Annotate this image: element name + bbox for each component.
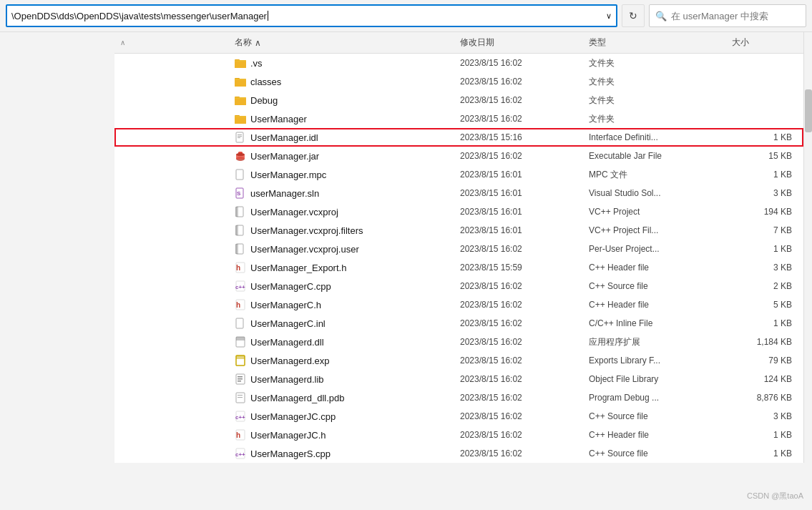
file-type-icon <box>235 392 246 403</box>
file-name-area: c++ UserManagerJC.cpp <box>229 411 460 422</box>
address-bar[interactable]: \OpenDDS\dds\OpenDDS\java\tests\messenge… <box>6 4 617 27</box>
expand-icon[interactable]: ∧ <box>120 39 125 46</box>
file-name: Debug <box>250 95 278 106</box>
file-size: 8,876 KB <box>732 393 803 403</box>
file-type-label: C++ Header file <box>589 430 732 440</box>
search-bar[interactable]: 🔍 <box>649 4 806 27</box>
file-date: 2023/8/15 16:02 <box>460 448 589 458</box>
file-name-area: UserManagerC.inl <box>229 318 460 329</box>
file-type-label: C++ Source file <box>589 411 732 421</box>
file-type-label: 应用程序扩展 <box>589 336 732 348</box>
file-date: 2023/8/15 16:02 <box>460 151 589 161</box>
svg-text:S: S <box>237 190 241 197</box>
table-row[interactable]: .vs 2023/8/15 16:02 文件夹 <box>114 54 803 72</box>
col-size-label[interactable]: 大小 <box>732 36 749 49</box>
file-type-label: Visual Studio Sol... <box>589 188 732 198</box>
svg-rect-11 <box>235 99 246 105</box>
scrollbar-thumb[interactable] <box>805 89 812 132</box>
file-type-icon <box>235 76 246 87</box>
watermark: CSDN @黑taoA <box>747 491 803 501</box>
file-date: 2023/8/15 16:01 <box>460 225 589 235</box>
svg-rect-17 <box>238 134 242 135</box>
file-type-label: Executable Jar File <box>589 151 732 161</box>
table-row[interactable]: UserManagerd.exp 2023/8/15 16:02 Exports… <box>114 351 803 370</box>
file-type-label: C++ Header file <box>589 263 732 273</box>
file-date: 2023/8/15 16:02 <box>460 337 589 347</box>
table-row[interactable]: c++ UserManagerJC.cpp 2023/8/15 16:02 C+… <box>114 407 803 426</box>
refresh-button[interactable]: ↻ <box>622 4 645 27</box>
table-row[interactable]: UserManagerd_dll.pdb 2023/8/15 16:02 Pro… <box>114 388 803 407</box>
file-name-area: UserManager.vcxproj.filters <box>229 225 460 236</box>
table-row[interactable]: UserManager.idl 2023/8/15 15:16 Interfac… <box>114 128 803 147</box>
file-date: 2023/8/15 16:01 <box>460 188 589 198</box>
table-row[interactable]: h UserManager_Export.h 2023/8/15 15:59 C… <box>114 258 803 277</box>
file-size: 1 KB <box>732 170 803 180</box>
table-row[interactable]: c++ UserManagerC.cpp 2023/8/15 16:02 C++… <box>114 277 803 295</box>
table-row[interactable]: UserManager.vcxproj.user 2023/8/15 16:02… <box>114 240 803 258</box>
file-name-area: classes <box>229 76 460 87</box>
file-name-area: UserManager.jar <box>229 150 460 162</box>
file-type-label: 文件夹 <box>589 76 732 88</box>
file-type-icon <box>235 132 246 143</box>
col-date-label[interactable]: 修改日期 <box>460 36 494 49</box>
file-size: 1 KB <box>732 244 803 254</box>
svg-rect-18 <box>238 136 242 137</box>
top-bar: \OpenDDS\dds\OpenDDS\java\tests\messenge… <box>0 0 812 32</box>
table-row[interactable]: UserManager 2023/8/15 16:02 文件夹 <box>114 109 803 128</box>
file-name-area: UserManager <box>229 113 460 124</box>
file-type-label: C++ Source file <box>589 281 732 291</box>
file-name: UserManager <box>250 114 307 124</box>
svg-text:c++: c++ <box>235 414 245 421</box>
table-row[interactable]: UserManagerd.lib 2023/8/15 16:02 Object … <box>114 370 803 388</box>
file-name-area: S userManager.sln <box>229 187 460 199</box>
table-row[interactable]: h UserManagerC.h 2023/8/15 16:02 C++ Hea… <box>114 295 803 314</box>
file-type-label: 文件夹 <box>589 94 732 107</box>
file-name-area: h UserManagerJC.h <box>229 429 460 441</box>
table-row[interactable]: UserManager.mpc 2023/8/15 16:01 MPC 文件 1… <box>114 165 803 184</box>
cursor <box>268 11 268 21</box>
file-type-icon <box>235 150 246 162</box>
refresh-icon: ↻ <box>629 10 637 21</box>
file-size: 1 KB <box>732 132 803 142</box>
table-row[interactable]: UserManagerC.inl 2023/8/15 16:02 C/C++ I… <box>114 314 803 333</box>
search-input[interactable] <box>671 11 800 21</box>
file-type-icon <box>235 336 246 348</box>
col-name-label[interactable]: 名称 <box>235 36 252 49</box>
file-size: 3 KB <box>732 411 803 421</box>
table-row[interactable]: c++ UserManagerS.cpp 2023/8/15 16:02 C++… <box>114 444 803 463</box>
table-row[interactable]: S userManager.sln 2023/8/15 16:01 Visual… <box>114 184 803 202</box>
scrollbar-vertical[interactable] <box>803 32 812 463</box>
svg-text:c++: c++ <box>235 284 245 290</box>
table-row[interactable]: h UserManagerJC.h 2023/8/15 16:02 C++ He… <box>114 426 803 444</box>
file-name-area: c++ UserManagerS.cpp <box>229 448 460 459</box>
file-name-area: h UserManagerC.h <box>229 299 460 310</box>
file-size: 3 KB <box>732 188 803 198</box>
svg-rect-15 <box>235 117 246 124</box>
file-date: 2023/8/15 16:02 <box>460 393 589 403</box>
col-type-label[interactable]: 类型 <box>589 36 606 49</box>
table-row[interactable]: UserManager.vcxproj.filters 2023/8/15 16… <box>114 221 803 240</box>
chevron-down-icon[interactable]: ∨ <box>606 11 612 21</box>
file-name: UserManager.vcxproj <box>250 207 338 217</box>
file-date: 2023/8/15 16:02 <box>460 411 589 421</box>
file-name: UserManager.jar <box>250 151 319 162</box>
table-row[interactable]: classes 2023/8/15 16:02 文件夹 <box>114 72 803 91</box>
file-name-area: .vs <box>229 57 460 69</box>
file-name-area: UserManagerd.exp <box>229 355 460 366</box>
file-date: 2023/8/15 16:02 <box>460 114 589 124</box>
file-size: 79 KB <box>732 355 803 366</box>
file-type-icon: c++ <box>235 280 246 292</box>
file-type-icon: c++ <box>235 411 246 422</box>
svg-rect-33 <box>235 244 238 254</box>
table-row[interactable]: UserManagerd.dll 2023/8/15 16:02 应用程序扩展 … <box>114 333 803 351</box>
svg-rect-44 <box>236 355 245 359</box>
table-row[interactable]: UserManager.jar 2023/8/15 16:02 Executab… <box>114 147 803 165</box>
file-name: UserManagerd.dll <box>250 337 324 348</box>
table-row[interactable]: Debug 2023/8/15 16:02 文件夹 <box>114 91 803 109</box>
file-type-label: C++ Header file <box>589 300 732 310</box>
file-name: .vs <box>250 58 263 69</box>
file-size: 5 KB <box>732 300 803 310</box>
file-type-label: Interface Definiti... <box>589 132 732 142</box>
table-row[interactable]: UserManager.vcxproj 2023/8/15 16:01 VC++… <box>114 202 803 221</box>
file-type-icon <box>235 169 246 180</box>
